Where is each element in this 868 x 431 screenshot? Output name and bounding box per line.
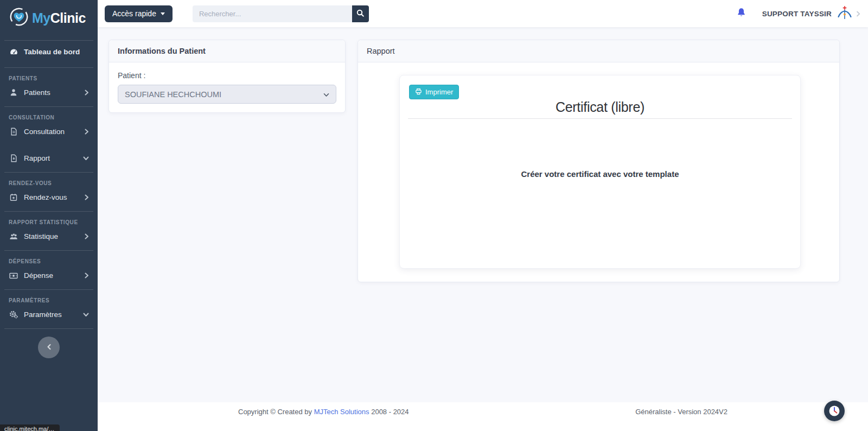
search-input[interactable] [193, 5, 352, 22]
certificate-title: Certificat (libre) [400, 99, 800, 115]
users-icon [9, 233, 18, 240]
sidebar-item-depense[interactable]: Dépense [0, 266, 98, 285]
chevron-down-icon [83, 156, 89, 161]
cogs-icon [9, 310, 18, 319]
sidebar-item-consultation[interactable]: Consultation [0, 122, 98, 141]
mjtech-link[interactable]: MJTech Solutions [314, 408, 369, 416]
sidebar-item-rapport[interactable]: Rapport [0, 149, 98, 168]
sidebar-item-label: Consultation [24, 128, 65, 136]
brand-name: MyClinic [32, 10, 86, 26]
report-card: Rapport Imprimer Certificat (libre) Crée… [358, 40, 840, 282]
sidebar-section-depenses: DÉPENSES [0, 251, 98, 266]
user-icon [9, 88, 18, 97]
status-bar-tooltip: clinic.mjtech.ma/… [0, 424, 60, 431]
sidebar-item-dashboard[interactable]: Tableau de bord [0, 41, 98, 63]
certificate-template-card: Imprimer Certificat (libre) Créer votre … [399, 75, 801, 269]
sidebar-item-label: Rapport [24, 154, 50, 162]
divider [408, 118, 792, 119]
sidebar-item-rendez-vous[interactable]: Rendez-vous [0, 188, 98, 207]
topbar-right: SUPPORT TAYSSIR [735, 5, 868, 22]
sidebar-divider [4, 328, 93, 329]
quick-access-button[interactable]: Accès rapide [105, 5, 173, 22]
file-pdf-icon [9, 154, 18, 162]
copyright-suffix: 2008 - 2024 [371, 408, 409, 416]
caret-down-icon [161, 12, 165, 15]
notifications-button[interactable] [735, 5, 748, 22]
chevron-right-icon [84, 233, 89, 239]
sidebar-section-patients: PATIENTS [0, 68, 98, 83]
sidebar-collapse-button[interactable] [38, 337, 60, 358]
sidebar-item-label: Statistique [24, 232, 58, 240]
tachometer-icon [9, 48, 18, 56]
sidebar-item-label: Tableau de bord [24, 48, 80, 56]
version-text: Généraliste - Version 2024V2 [635, 408, 727, 416]
footer: Copyright © Created by MJTech Solutions … [98, 402, 868, 431]
sidebar-section-rendez-vous: RENDEZ-VOUS [0, 173, 98, 188]
sidebar-item-patients[interactable]: Patients [0, 83, 98, 102]
search-button[interactable] [352, 5, 369, 22]
chevron-right-icon [84, 194, 89, 200]
bell-icon [737, 8, 746, 20]
calendar-plus-icon [9, 193, 18, 201]
heart-logo-icon [9, 7, 29, 29]
patient-card-title: Informations du Patient [109, 40, 345, 62]
sidebar-section-rapport-statistique: RAPPORT STATISTIQUE [0, 212, 98, 227]
money-bill-icon [9, 272, 18, 279]
user-menu[interactable]: SUPPORT TAYSSIR [762, 6, 860, 21]
chevron-right-icon [84, 90, 89, 96]
sidebar-item-label: Paramètres [24, 310, 62, 319]
sidebar-item-parametres[interactable]: Paramètres [0, 305, 98, 324]
chevron-left-icon [47, 343, 52, 352]
patient-label: Patient : [118, 71, 336, 80]
chevron-right-icon [84, 272, 89, 278]
chevron-down-icon [323, 90, 329, 99]
sidebar-section-consultation: CONSULTATION [0, 107, 98, 122]
search-bar [193, 5, 369, 22]
brand-logo[interactable]: MyClinic [0, 0, 98, 36]
file-icon [9, 128, 18, 136]
copyright-text: Copyright © Created by MJTech Solutions … [238, 408, 409, 416]
main-content: Informations du Patient Patient : SOUFIA… [98, 27, 868, 402]
sidebar: MyClinic Tableau de bord PATIENTS Patien… [0, 0, 98, 431]
chevron-down-icon [83, 312, 89, 317]
patient-info-card: Informations du Patient Patient : SOUFIA… [108, 40, 346, 113]
sidebar-item-label: Patients [24, 88, 50, 97]
sidebar-item-statistique[interactable]: Statistique [0, 227, 98, 246]
print-button[interactable]: Imprimer [409, 85, 459, 99]
chevron-right-icon [856, 11, 860, 17]
doctor-avatar-icon [837, 6, 853, 21]
clock-icon [824, 414, 845, 423]
topbar: Accès rapide SUPPORT TAYSSIR [98, 0, 868, 27]
sidebar-item-label: Dépense [24, 271, 53, 280]
quick-access-label: Accès rapide [112, 9, 156, 18]
copyright-prefix: Copyright © Created by [238, 408, 312, 416]
patient-select[interactable]: SOUFIANE HECHCHOUMI [118, 85, 336, 104]
user-name: SUPPORT TAYSSIR [762, 10, 832, 18]
sidebar-item-label: Rendez-vous [24, 193, 67, 201]
history-clock-button[interactable] [824, 401, 845, 421]
search-icon [356, 9, 364, 18]
patient-select-value: SOUFIANE HECHCHOUMI [125, 90, 221, 99]
report-card-title: Rapport [358, 40, 839, 62]
print-button-label: Imprimer [425, 88, 453, 96]
printer-icon [415, 88, 422, 97]
sidebar-section-parametres: PARAMÈTRES [0, 290, 98, 305]
chevron-right-icon [84, 129, 89, 135]
certificate-message: Créer votre certificat avec votre templa… [400, 169, 800, 179]
